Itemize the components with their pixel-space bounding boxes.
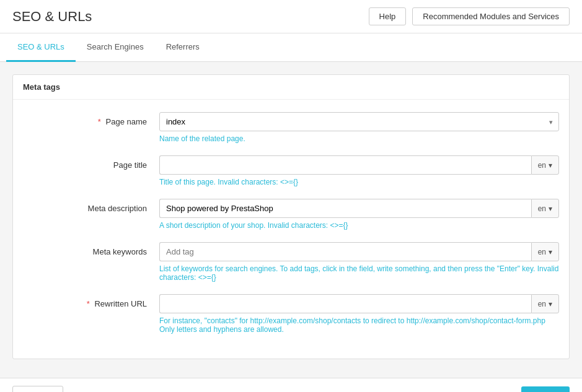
recommended-button[interactable]: Recommended Modules and Services bbox=[412, 7, 570, 25]
meta-description-control: en A short description of your shop. Inv… bbox=[159, 199, 559, 230]
meta-description-label: Meta description bbox=[23, 199, 159, 213]
footer-bar: Cancel Save bbox=[0, 378, 582, 392]
rewritten-url-input[interactable] bbox=[159, 294, 531, 313]
meta-description-input[interactable] bbox=[159, 199, 531, 218]
meta-keywords-row: Meta keywords en List of keywords for se… bbox=[23, 242, 559, 282]
rewritten-url-help: For instance, "contacts" for http://exam… bbox=[159, 316, 559, 334]
meta-description-lang-btn[interactable]: en bbox=[531, 199, 559, 218]
tab-search-engines[interactable]: Search Engines bbox=[76, 33, 155, 62]
rewritten-required-star: * bbox=[87, 299, 90, 308]
header-buttons: Help Recommended Modules and Services bbox=[369, 7, 570, 25]
page-name-row: * Page name index about contact sitemap … bbox=[23, 112, 559, 143]
tab-referrers[interactable]: Referrers bbox=[155, 33, 211, 62]
meta-tags-card: Meta tags * Page name index about contac… bbox=[12, 74, 570, 359]
tabs-bar: SEO & URLs Search Engines Referrers bbox=[0, 33, 582, 62]
rewritten-url-label: * Rewritten URL bbox=[23, 294, 159, 308]
page-title-label: Page title bbox=[23, 155, 159, 170]
page-header: SEO & URLs Help Recommended Modules and … bbox=[0, 0, 582, 33]
page-title-row: Page title en Title of this page. Invali… bbox=[23, 155, 559, 186]
save-button[interactable]: Save bbox=[521, 386, 570, 392]
card-body: * Page name index about contact sitemap … bbox=[13, 100, 569, 359]
page-title-control: en Title of this page. Invalid character… bbox=[159, 155, 559, 186]
main-content: Meta tags * Page name index about contac… bbox=[0, 62, 582, 372]
meta-keywords-control: en List of keywords for search engines. … bbox=[159, 242, 559, 282]
lang-chevron-icon bbox=[549, 161, 552, 170]
page-name-select[interactable]: index about contact sitemap bbox=[159, 112, 559, 131]
meta-desc-lang-chevron-icon bbox=[549, 204, 552, 213]
page-title-lang-btn[interactable]: en bbox=[531, 155, 559, 175]
page-name-help: Name of the related page. bbox=[159, 134, 559, 143]
cancel-button[interactable]: Cancel bbox=[12, 386, 63, 392]
meta-kw-lang-chevron-icon bbox=[549, 248, 552, 256]
meta-keywords-help: List of keywords for search engines. To … bbox=[159, 264, 559, 282]
required-star: * bbox=[98, 117, 101, 126]
page-title-input[interactable] bbox=[159, 155, 531, 175]
rewritten-url-control: en For instance, "contacts" for http://e… bbox=[159, 294, 559, 334]
meta-description-row: Meta description en A short description … bbox=[23, 199, 559, 230]
help-button[interactable]: Help bbox=[369, 7, 407, 25]
rewritten-url-row: * Rewritten URL en For instance, "contac… bbox=[23, 294, 559, 334]
meta-keywords-input[interactable] bbox=[159, 242, 531, 261]
rewritten-url-input-group: en bbox=[159, 294, 559, 313]
meta-description-input-group: en bbox=[159, 199, 559, 218]
rewritten-lang-chevron-icon bbox=[549, 300, 552, 308]
meta-description-help: A short description of your shop. Invali… bbox=[159, 221, 559, 230]
page-title-help: Title of this page. Invalid characters: … bbox=[159, 178, 559, 186]
tab-seo-urls[interactable]: SEO & URLs bbox=[6, 33, 76, 62]
meta-keywords-input-group: en bbox=[159, 242, 559, 261]
page-name-select-wrap: index about contact sitemap bbox=[159, 112, 559, 131]
rewritten-url-lang-btn[interactable]: en bbox=[531, 294, 559, 313]
meta-keywords-lang-btn[interactable]: en bbox=[531, 242, 559, 261]
page-name-control: index about contact sitemap Name of the … bbox=[159, 112, 559, 143]
page-name-label: * Page name bbox=[23, 112, 159, 126]
card-header: Meta tags bbox=[13, 75, 569, 100]
page-title-input-group: en bbox=[159, 155, 559, 175]
meta-keywords-label: Meta keywords bbox=[23, 242, 159, 256]
page-title: SEO & URLs bbox=[12, 9, 92, 25]
